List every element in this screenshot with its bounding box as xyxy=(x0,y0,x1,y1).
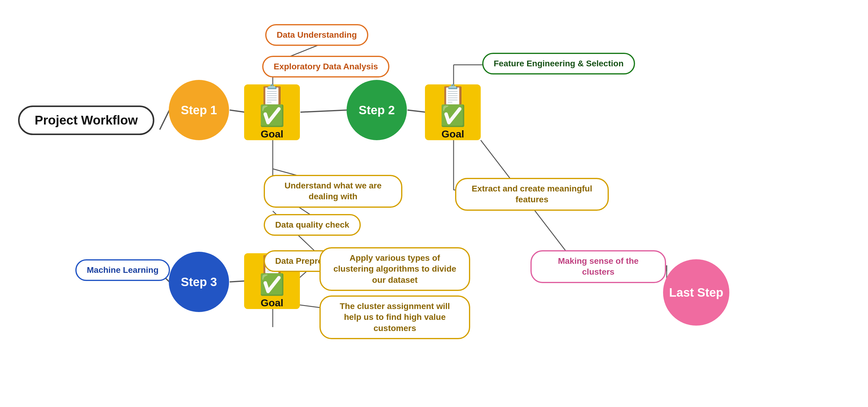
apply-pill: Apply various types of clustering algori… xyxy=(319,247,470,291)
svg-line-19 xyxy=(230,281,245,282)
data-understanding-pill: Data Understanding xyxy=(265,24,368,46)
step2-circle: Step 2 xyxy=(347,80,407,140)
clusters-pill: Making sense of the clusters xyxy=(530,250,666,283)
diagram-container: Project Workflow Step 1 Step 2 Step 3 La… xyxy=(0,0,868,407)
goal1-box: 📋✅ Goal xyxy=(244,85,300,140)
last-step-circle: Last Step xyxy=(663,259,730,325)
goal1-label: Goal xyxy=(261,128,284,140)
goal2-label: Goal xyxy=(441,128,464,140)
quality-pill: Data quality check xyxy=(264,214,361,236)
svg-line-3 xyxy=(407,110,426,112)
connectors-svg xyxy=(0,0,868,407)
goal1-icon: 📋✅ xyxy=(259,85,285,126)
goal2-icon: 📋✅ xyxy=(440,85,466,126)
extract-pill: Extract and create meaningful features xyxy=(455,178,609,211)
project-workflow-label: Project Workflow xyxy=(18,105,154,135)
svg-line-2 xyxy=(301,110,347,112)
feature-engineering-pill: Feature Engineering & Selection xyxy=(482,53,635,74)
goal3-label: Goal xyxy=(261,297,284,309)
goal2-box: 📋✅ Goal xyxy=(425,85,481,140)
svg-line-1 xyxy=(230,110,245,112)
cluster-assign-pill: The cluster assignment will help us to f… xyxy=(319,295,470,339)
understand-pill: Understand what we are dealing with xyxy=(264,175,402,208)
svg-line-0 xyxy=(160,110,169,130)
step1-circle: Step 1 xyxy=(169,80,229,140)
machine-learning-pill: Machine Learning xyxy=(75,259,170,281)
step3-circle: Step 3 xyxy=(169,252,229,312)
eda-pill: Exploratory Data Analysis xyxy=(262,56,390,77)
